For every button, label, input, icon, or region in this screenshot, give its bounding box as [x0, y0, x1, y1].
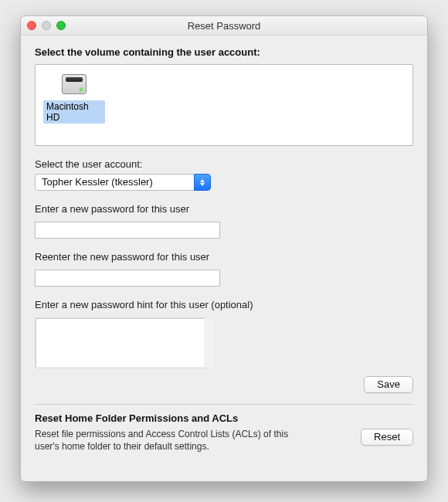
- acl-section-heading: Reset Home Folder Permissions and ACLs: [35, 412, 413, 424]
- user-account-label: Select the user account:: [35, 158, 413, 170]
- save-button[interactable]: Save: [364, 376, 413, 393]
- acl-description: Reset file permissions and Access Contro…: [35, 429, 313, 453]
- window-title: Reset Password: [188, 20, 261, 32]
- zoom-icon[interactable]: [56, 21, 66, 30]
- reset-password-window: Reset Password Select the volume contain…: [20, 15, 428, 482]
- popup-arrows-icon: [194, 174, 211, 191]
- reenter-password-label: Reenter the new password for this user: [35, 251, 413, 263]
- reenter-password-input[interactable]: [35, 270, 220, 287]
- new-password-input[interactable]: [35, 222, 220, 239]
- password-hint-textarea[interactable]: [35, 317, 214, 368]
- volume-section-heading: Select the volume containing the user ac…: [35, 46, 413, 58]
- password-hint-label: Enter a new password hint for this user …: [35, 299, 413, 310]
- internal-hd-icon: [59, 71, 90, 97]
- reset-button[interactable]: Reset: [361, 429, 413, 446]
- volume-item-macintosh-hd[interactable]: Macintosh HD: [43, 71, 105, 124]
- window-content: Select the volume containing the user ac…: [21, 36, 427, 481]
- volume-list[interactable]: Macintosh HD: [35, 64, 413, 146]
- new-password-label: Enter a new password for this user: [35, 203, 413, 215]
- window-controls: [27, 21, 66, 30]
- user-account-select[interactable]: Topher Kessler (tkessler): [35, 174, 211, 191]
- titlebar: Reset Password: [21, 16, 427, 36]
- user-account-selected: Topher Kessler (tkessler): [35, 174, 194, 191]
- section-divider: [35, 404, 413, 405]
- minimize-icon: [42, 21, 51, 30]
- close-icon[interactable]: [27, 21, 36, 30]
- volume-item-label: Macintosh HD: [43, 100, 105, 124]
